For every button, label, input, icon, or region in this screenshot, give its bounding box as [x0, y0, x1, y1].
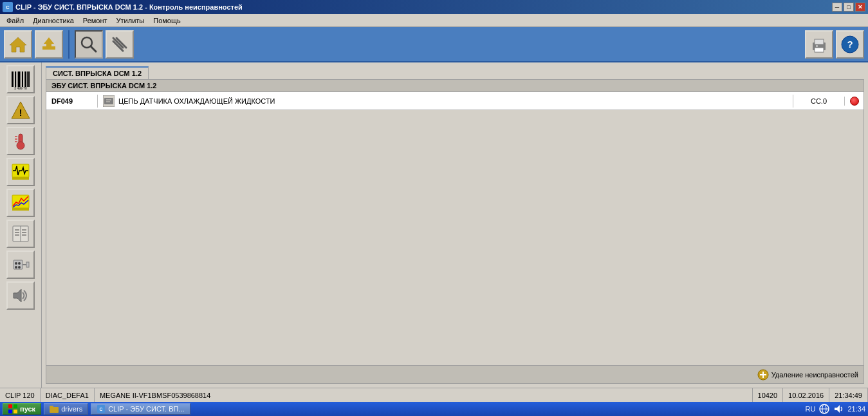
ecu-header: ЭБУ СИСТ. ВПРЫСКА DCM 1.2	[46, 80, 863, 92]
content-spacer	[46, 110, 863, 365]
delete-faults-button[interactable]: Удаление неисправностей	[757, 369, 858, 381]
title-bar: C CLIP - ЭБУ СИСТ. ВПРЫСКА DCM 1.2 - Кон…	[0, 0, 868, 14]
fault-type-icon	[103, 95, 115, 107]
fault-indicator	[844, 97, 863, 106]
book-button[interactable]	[6, 220, 35, 248]
svg-marker-2	[10, 37, 26, 52]
svg-rect-17	[14, 71, 14, 87]
delete-icon	[757, 369, 769, 381]
svg-marker-4	[44, 37, 54, 46]
temperature-button[interactable]	[6, 127, 35, 155]
window-title: CLIP - ЭБУ СИСТ. ВПРЫСКА DCM 1.2 - Контр…	[15, 3, 243, 11]
speaker-button[interactable]	[6, 281, 35, 310]
fault-code: DF049	[46, 95, 98, 108]
svg-rect-38	[12, 208, 29, 211]
svg-rect-26	[28, 71, 30, 87]
svg-rect-21	[21, 71, 21, 87]
svg-text:?: ?	[847, 39, 853, 50]
tab-injection-system[interactable]: СИСТ. ВПРЫСКА DCM 1.2	[46, 66, 149, 79]
taskbar-drivers[interactable]: drivers	[44, 403, 88, 415]
maximize-button[interactable]: □	[844, 3, 854, 12]
content-area: 3 499 70 !	[0, 62, 868, 388]
fault-status: CC.0	[793, 95, 844, 108]
svg-rect-64	[8, 410, 12, 413]
red-indicator-dot	[850, 97, 859, 106]
svg-rect-12	[815, 48, 824, 52]
svg-rect-23	[24, 71, 24, 87]
menu-file[interactable]: Файл	[3, 15, 28, 26]
status-bar: CLIP 120 DIAC_DEFA1 MEGANE II-VF1BMSF053…	[0, 388, 868, 402]
taskbar-clip[interactable]: C CLIP - ЭБУ СИСТ. ВП...	[91, 403, 190, 415]
menu-diagnostics[interactable]: Диагностика	[29, 15, 78, 26]
graph-button[interactable]	[6, 189, 35, 217]
taskbar-lang: RU	[806, 405, 816, 413]
menu-help[interactable]: Помощь	[149, 15, 185, 26]
svg-rect-53	[26, 262, 29, 267]
tab-bar: СИСТ. ВПРЫСКА DCM 1.2	[46, 66, 864, 79]
main-panel: ЭБУ СИСТ. ВПРЫСКА DCM 1.2 DF049 ЦЕПЬ ДАТ…	[46, 79, 864, 384]
svg-rect-20	[18, 71, 20, 87]
taskbar-app-icon: C	[97, 404, 106, 413]
fault-description: ЦЕПЬ ДАТЧИКА ОХЛАЖДАЮЩЕЙ ЖИДКОСТИ	[98, 93, 793, 109]
svg-rect-65	[14, 410, 17, 413]
svg-point-50	[15, 266, 17, 269]
svg-marker-54	[14, 289, 21, 302]
taskbar-drivers-label: drivers	[61, 405, 82, 413]
svg-rect-67	[50, 406, 53, 408]
upload-button[interactable]	[35, 30, 63, 59]
status-code: 10420	[753, 388, 784, 402]
svg-line-6	[91, 46, 96, 52]
svg-rect-22	[22, 71, 23, 87]
status-time: 21:34:49	[829, 388, 868, 402]
close-button[interactable]: ✕	[855, 3, 865, 12]
svg-point-31	[17, 142, 24, 149]
svg-point-49	[18, 262, 21, 265]
main-toolbar: ?	[0, 27, 868, 62]
svg-rect-3	[42, 46, 55, 50]
fault-row[interactable]: DF049 ЦЕПЬ ДАТЧИКА ОХЛАЖДАЮЩЕЙ ЖИДКОСТИ …	[46, 92, 863, 110]
svg-rect-62	[8, 404, 12, 408]
svg-rect-13	[816, 45, 818, 47]
connector-button[interactable]	[6, 251, 35, 279]
folder-icon	[50, 404, 59, 413]
home-button[interactable]	[4, 30, 32, 59]
taskbar-clip-label: CLIP - ЭБУ СИСТ. ВП...	[108, 405, 184, 413]
start-label: пуск	[20, 405, 35, 413]
svg-rect-47	[14, 260, 23, 269]
svg-rect-36	[12, 177, 29, 180]
svg-point-51	[18, 266, 21, 269]
menu-bar: Файл Диагностика Ремонт Утилиты Помощь	[0, 14, 868, 27]
diagnostics-button[interactable]	[75, 30, 103, 59]
warning-button[interactable]: !	[6, 96, 35, 124]
svg-text:3 499 70: 3 499 70	[14, 86, 27, 90]
delete-faults-label: Удаление неисправностей	[771, 371, 858, 379]
svg-rect-18	[15, 71, 16, 87]
svg-rect-56	[104, 98, 113, 104]
print-button[interactable]	[805, 30, 833, 59]
start-button[interactable]: пуск	[3, 403, 41, 415]
svg-rect-25	[27, 71, 28, 87]
app-icon: C	[3, 2, 13, 12]
svg-rect-16	[12, 71, 13, 87]
help-button[interactable]: ?	[836, 30, 864, 59]
title-bar-left: C CLIP - ЭБУ СИСТ. ВПРЫСКА DCM 1.2 - Кон…	[3, 2, 243, 12]
tools-button[interactable]	[106, 30, 134, 59]
svg-rect-19	[17, 71, 17, 87]
svg-marker-73	[835, 405, 840, 413]
status-clip-version: CLIP 120	[0, 388, 41, 402]
menu-repair[interactable]: Ремонт	[79, 15, 111, 26]
windows-logo-icon	[8, 404, 17, 413]
svg-rect-24	[25, 71, 26, 87]
fault-description-text: ЦЕПЬ ДАТЧИКА ОХЛАЖДАЮЩЕЙ ЖИДКОСТИ	[118, 97, 275, 105]
minimize-button[interactable]: ─	[832, 3, 842, 12]
taskbar-right: RU 21:34	[806, 404, 865, 414]
barcode-button[interactable]: 3 499 70	[6, 65, 35, 93]
status-diac: DIAC_DEFA1	[41, 388, 95, 402]
oscilloscope-button[interactable]	[6, 158, 35, 186]
main-content: СИСТ. ВПРЫСКА DCM 1.2 ЭБУ СИСТ. ВПРЫСКА …	[42, 62, 868, 388]
bottom-action-bar: Удаление неисправностей	[46, 365, 863, 383]
svg-rect-63	[14, 404, 17, 408]
title-bar-buttons: ─ □ ✕	[832, 3, 865, 12]
sound-icon	[833, 404, 844, 414]
menu-utilities[interactable]: Утилиты	[113, 15, 149, 26]
